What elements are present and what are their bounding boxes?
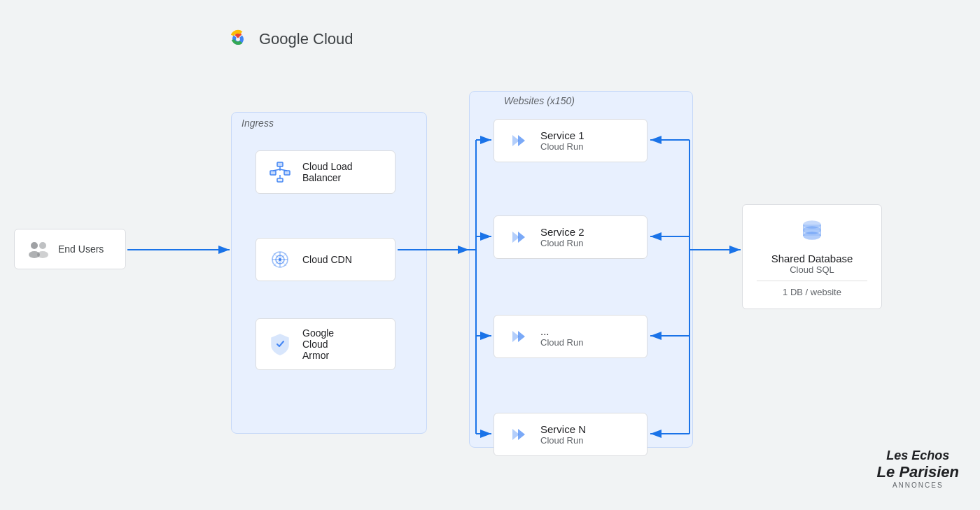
service-n-text: Service N Cloud Run — [540, 423, 586, 446]
load-balancer-text: Cloud Load Balancer — [302, 161, 353, 183]
cloud-cdn-card: Cloud CDN — [255, 238, 396, 281]
service-dots-text: ... Cloud Run — [540, 325, 583, 348]
diagram-container: Google Cloud Ingress Cloud Load Balancer — [0, 0, 980, 510]
end-users-text: End Users — [58, 243, 104, 255]
shared-db-note: 1 DB / website — [757, 281, 867, 297]
svg-rect-0 — [277, 162, 283, 167]
le-parisien-text: Le Parisien — [877, 463, 959, 481]
service-n-card: Service N Cloud Run — [493, 413, 648, 456]
service-n-title: Service N — [540, 423, 586, 435]
load-balancer-icon — [267, 160, 293, 185]
end-users-box: End Users — [14, 229, 126, 269]
svg-point-27 — [31, 242, 38, 249]
service-dots-title: ... — [540, 325, 583, 337]
armor-title3: Armor — [302, 350, 334, 361]
annonces-text: ANNONCES — [877, 481, 959, 489]
google-cloud-logo: Google Cloud — [224, 28, 354, 50]
armor-title1: Google — [302, 327, 334, 339]
cloud-cdn-icon — [267, 247, 293, 272]
service-2-card: Service 2 Cloud Run — [493, 215, 648, 259]
service-1-title: Service 1 — [540, 129, 584, 141]
svg-marker-24 — [518, 331, 525, 342]
svg-point-29 — [39, 242, 46, 249]
service-n-cloudrun-icon — [505, 422, 531, 447]
svg-rect-2 — [270, 171, 276, 175]
service-dots-card: ... Cloud Run — [493, 315, 648, 358]
svg-line-9 — [273, 169, 280, 171]
svg-marker-20 — [518, 135, 525, 146]
service-n-subtitle: Cloud Run — [540, 435, 586, 446]
service-2-text: Service 2 Cloud Run — [540, 226, 584, 248]
websites-label: Websites (x150) — [504, 95, 575, 106]
armor-title2: Cloud — [302, 339, 334, 350]
service-2-subtitle: Cloud Run — [540, 238, 584, 248]
cdn-title: Cloud CDN — [302, 254, 352, 265]
svg-point-35 — [804, 232, 820, 239]
les-echos-text: Les Echos — [877, 448, 959, 463]
database-icon-container — [757, 216, 867, 247]
svg-rect-4 — [284, 171, 290, 175]
ingress-label: Ingress — [241, 118, 274, 129]
service-1-cloudrun-icon — [505, 128, 531, 153]
database-icon — [798, 216, 826, 244]
shared-db-box: Shared Database Cloud SQL 1 DB / website — [742, 204, 882, 309]
cloud-armor-card: Google Cloud Armor — [255, 318, 396, 370]
load-balancer-title2: Balancer — [302, 172, 353, 183]
service-1-text: Service 1 Cloud Run — [540, 129, 584, 152]
svg-line-10 — [280, 169, 287, 171]
service-dots-cloudrun-icon — [505, 324, 531, 349]
service-dots-subtitle: Cloud Run — [540, 337, 583, 348]
shared-db-title: Shared Database — [757, 253, 867, 264]
armor-text: Google Cloud Armor — [302, 327, 334, 361]
cloud-armor-icon — [267, 332, 293, 357]
svg-marker-22 — [518, 232, 525, 243]
service-1-subtitle: Cloud Run — [540, 141, 584, 152]
google-cloud-text: Google Cloud — [259, 30, 354, 48]
end-users-icon — [27, 239, 50, 259]
service-2-cloudrun-icon — [505, 225, 531, 250]
service-2-title: Service 2 — [540, 226, 584, 238]
svg-marker-26 — [518, 429, 525, 440]
load-balancer-title: Cloud Load — [302, 161, 353, 172]
brand-logo: Les Echos Le Parisien ANNONCES — [877, 448, 959, 489]
cdn-text: Cloud CDN — [302, 254, 352, 265]
svg-point-30 — [37, 251, 48, 258]
service-1-card: Service 1 Cloud Run — [493, 119, 648, 162]
shared-db-subtitle: Cloud SQL — [757, 264, 867, 275]
google-cloud-logo-icon — [224, 28, 252, 50]
cloud-load-balancer-card: Cloud Load Balancer — [255, 150, 396, 194]
